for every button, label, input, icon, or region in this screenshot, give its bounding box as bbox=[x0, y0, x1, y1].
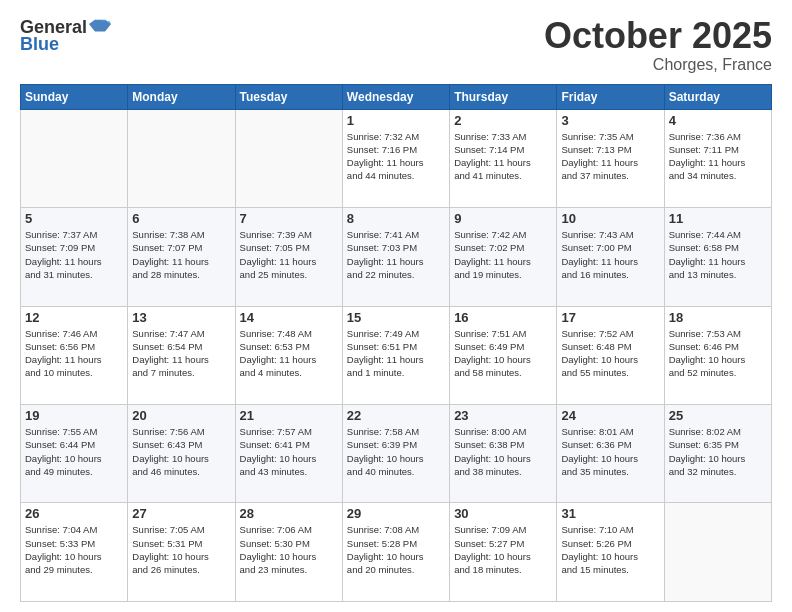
day-info: Sunrise: 7:09 AM Sunset: 5:27 PM Dayligh… bbox=[454, 523, 552, 576]
calendar-cell: 2Sunrise: 7:33 AM Sunset: 7:14 PM Daylig… bbox=[450, 109, 557, 207]
day-info: Sunrise: 7:48 AM Sunset: 6:53 PM Dayligh… bbox=[240, 327, 338, 380]
calendar-cell: 31Sunrise: 7:10 AM Sunset: 5:26 PM Dayli… bbox=[557, 503, 664, 602]
day-number: 2 bbox=[454, 113, 552, 128]
calendar-cell: 15Sunrise: 7:49 AM Sunset: 6:51 PM Dayli… bbox=[342, 306, 449, 404]
month-title: October 2025 bbox=[544, 16, 772, 56]
day-number: 17 bbox=[561, 310, 659, 325]
weekday-header-wednesday: Wednesday bbox=[342, 84, 449, 109]
calendar-cell bbox=[664, 503, 771, 602]
day-number: 23 bbox=[454, 408, 552, 423]
calendar-cell: 26Sunrise: 7:04 AM Sunset: 5:33 PM Dayli… bbox=[21, 503, 128, 602]
calendar-cell: 30Sunrise: 7:09 AM Sunset: 5:27 PM Dayli… bbox=[450, 503, 557, 602]
day-info: Sunrise: 7:38 AM Sunset: 7:07 PM Dayligh… bbox=[132, 228, 230, 281]
calendar-cell: 11Sunrise: 7:44 AM Sunset: 6:58 PM Dayli… bbox=[664, 208, 771, 306]
day-info: Sunrise: 7:32 AM Sunset: 7:16 PM Dayligh… bbox=[347, 130, 445, 183]
day-info: Sunrise: 7:49 AM Sunset: 6:51 PM Dayligh… bbox=[347, 327, 445, 380]
calendar-cell: 3Sunrise: 7:35 AM Sunset: 7:13 PM Daylig… bbox=[557, 109, 664, 207]
calendar-cell: 20Sunrise: 7:56 AM Sunset: 6:43 PM Dayli… bbox=[128, 405, 235, 503]
weekday-header-saturday: Saturday bbox=[664, 84, 771, 109]
title-block: October 2025 Chorges, France bbox=[544, 16, 772, 74]
day-number: 27 bbox=[132, 506, 230, 521]
day-number: 25 bbox=[669, 408, 767, 423]
weekday-header-monday: Monday bbox=[128, 84, 235, 109]
day-info: Sunrise: 7:43 AM Sunset: 7:00 PM Dayligh… bbox=[561, 228, 659, 281]
calendar-cell: 24Sunrise: 8:01 AM Sunset: 6:36 PM Dayli… bbox=[557, 405, 664, 503]
day-info: Sunrise: 7:41 AM Sunset: 7:03 PM Dayligh… bbox=[347, 228, 445, 281]
day-info: Sunrise: 7:39 AM Sunset: 7:05 PM Dayligh… bbox=[240, 228, 338, 281]
day-number: 3 bbox=[561, 113, 659, 128]
weekday-header-friday: Friday bbox=[557, 84, 664, 109]
day-number: 5 bbox=[25, 211, 123, 226]
day-number: 6 bbox=[132, 211, 230, 226]
day-info: Sunrise: 8:00 AM Sunset: 6:38 PM Dayligh… bbox=[454, 425, 552, 478]
logo: General Blue bbox=[20, 16, 111, 55]
day-number: 1 bbox=[347, 113, 445, 128]
day-info: Sunrise: 7:06 AM Sunset: 5:30 PM Dayligh… bbox=[240, 523, 338, 576]
weekday-header-row: SundayMondayTuesdayWednesdayThursdayFrid… bbox=[21, 84, 772, 109]
calendar-cell: 10Sunrise: 7:43 AM Sunset: 7:00 PM Dayli… bbox=[557, 208, 664, 306]
day-number: 29 bbox=[347, 506, 445, 521]
day-info: Sunrise: 7:52 AM Sunset: 6:48 PM Dayligh… bbox=[561, 327, 659, 380]
calendar-cell: 18Sunrise: 7:53 AM Sunset: 6:46 PM Dayli… bbox=[664, 306, 771, 404]
calendar-cell: 12Sunrise: 7:46 AM Sunset: 6:56 PM Dayli… bbox=[21, 306, 128, 404]
day-info: Sunrise: 7:35 AM Sunset: 7:13 PM Dayligh… bbox=[561, 130, 659, 183]
day-number: 14 bbox=[240, 310, 338, 325]
day-info: Sunrise: 7:42 AM Sunset: 7:02 PM Dayligh… bbox=[454, 228, 552, 281]
calendar-table: SundayMondayTuesdayWednesdayThursdayFrid… bbox=[20, 84, 772, 602]
calendar-cell: 1Sunrise: 7:32 AM Sunset: 7:16 PM Daylig… bbox=[342, 109, 449, 207]
calendar-cell: 4Sunrise: 7:36 AM Sunset: 7:11 PM Daylig… bbox=[664, 109, 771, 207]
calendar-week-row: 1Sunrise: 7:32 AM Sunset: 7:16 PM Daylig… bbox=[21, 109, 772, 207]
day-number: 11 bbox=[669, 211, 767, 226]
calendar-cell: 28Sunrise: 7:06 AM Sunset: 5:30 PM Dayli… bbox=[235, 503, 342, 602]
weekday-header-thursday: Thursday bbox=[450, 84, 557, 109]
calendar-cell: 7Sunrise: 7:39 AM Sunset: 7:05 PM Daylig… bbox=[235, 208, 342, 306]
calendar-cell bbox=[21, 109, 128, 207]
day-info: Sunrise: 8:02 AM Sunset: 6:35 PM Dayligh… bbox=[669, 425, 767, 478]
location-title: Chorges, France bbox=[544, 56, 772, 74]
day-number: 31 bbox=[561, 506, 659, 521]
calendar-cell: 8Sunrise: 7:41 AM Sunset: 7:03 PM Daylig… bbox=[342, 208, 449, 306]
day-info: Sunrise: 7:58 AM Sunset: 6:39 PM Dayligh… bbox=[347, 425, 445, 478]
day-info: Sunrise: 7:53 AM Sunset: 6:46 PM Dayligh… bbox=[669, 327, 767, 380]
day-number: 20 bbox=[132, 408, 230, 423]
calendar-cell: 17Sunrise: 7:52 AM Sunset: 6:48 PM Dayli… bbox=[557, 306, 664, 404]
calendar-cell: 25Sunrise: 8:02 AM Sunset: 6:35 PM Dayli… bbox=[664, 405, 771, 503]
calendar-cell: 16Sunrise: 7:51 AM Sunset: 6:49 PM Dayli… bbox=[450, 306, 557, 404]
day-number: 19 bbox=[25, 408, 123, 423]
day-number: 15 bbox=[347, 310, 445, 325]
day-info: Sunrise: 7:47 AM Sunset: 6:54 PM Dayligh… bbox=[132, 327, 230, 380]
calendar-cell bbox=[235, 109, 342, 207]
day-info: Sunrise: 7:57 AM Sunset: 6:41 PM Dayligh… bbox=[240, 425, 338, 478]
calendar-cell: 27Sunrise: 7:05 AM Sunset: 5:31 PM Dayli… bbox=[128, 503, 235, 602]
day-number: 4 bbox=[669, 113, 767, 128]
page: General Blue October 2025 Chorges, Franc… bbox=[0, 0, 792, 612]
day-info: Sunrise: 7:44 AM Sunset: 6:58 PM Dayligh… bbox=[669, 228, 767, 281]
day-info: Sunrise: 7:51 AM Sunset: 6:49 PM Dayligh… bbox=[454, 327, 552, 380]
day-number: 24 bbox=[561, 408, 659, 423]
calendar-week-row: 26Sunrise: 7:04 AM Sunset: 5:33 PM Dayli… bbox=[21, 503, 772, 602]
day-info: Sunrise: 7:36 AM Sunset: 7:11 PM Dayligh… bbox=[669, 130, 767, 183]
day-info: Sunrise: 8:01 AM Sunset: 6:36 PM Dayligh… bbox=[561, 425, 659, 478]
day-number: 30 bbox=[454, 506, 552, 521]
calendar-week-row: 19Sunrise: 7:55 AM Sunset: 6:44 PM Dayli… bbox=[21, 405, 772, 503]
calendar-cell: 6Sunrise: 7:38 AM Sunset: 7:07 PM Daylig… bbox=[128, 208, 235, 306]
day-info: Sunrise: 7:04 AM Sunset: 5:33 PM Dayligh… bbox=[25, 523, 123, 576]
day-info: Sunrise: 7:33 AM Sunset: 7:14 PM Dayligh… bbox=[454, 130, 552, 183]
weekday-header-tuesday: Tuesday bbox=[235, 84, 342, 109]
day-number: 7 bbox=[240, 211, 338, 226]
calendar-cell bbox=[128, 109, 235, 207]
day-info: Sunrise: 7:55 AM Sunset: 6:44 PM Dayligh… bbox=[25, 425, 123, 478]
calendar-cell: 5Sunrise: 7:37 AM Sunset: 7:09 PM Daylig… bbox=[21, 208, 128, 306]
calendar-cell: 23Sunrise: 8:00 AM Sunset: 6:38 PM Dayli… bbox=[450, 405, 557, 503]
calendar-week-row: 5Sunrise: 7:37 AM Sunset: 7:09 PM Daylig… bbox=[21, 208, 772, 306]
day-number: 28 bbox=[240, 506, 338, 521]
calendar-cell: 21Sunrise: 7:57 AM Sunset: 6:41 PM Dayli… bbox=[235, 405, 342, 503]
weekday-header-sunday: Sunday bbox=[21, 84, 128, 109]
day-number: 9 bbox=[454, 211, 552, 226]
day-info: Sunrise: 7:08 AM Sunset: 5:28 PM Dayligh… bbox=[347, 523, 445, 576]
day-number: 18 bbox=[669, 310, 767, 325]
day-number: 22 bbox=[347, 408, 445, 423]
day-info: Sunrise: 7:37 AM Sunset: 7:09 PM Dayligh… bbox=[25, 228, 123, 281]
calendar-cell: 22Sunrise: 7:58 AM Sunset: 6:39 PM Dayli… bbox=[342, 405, 449, 503]
day-info: Sunrise: 7:10 AM Sunset: 5:26 PM Dayligh… bbox=[561, 523, 659, 576]
